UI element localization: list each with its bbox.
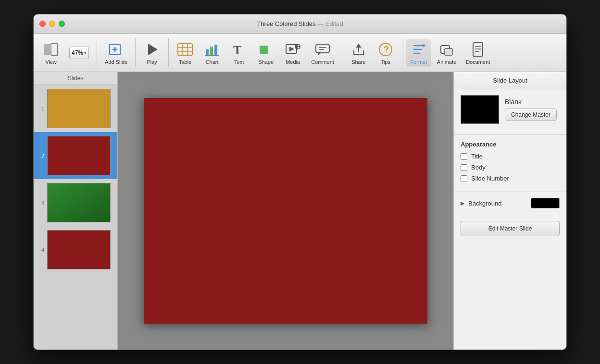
view-label: View [45, 59, 57, 65]
svg-rect-11 [206, 49, 209, 55]
svg-rect-0 [44, 44, 50, 55]
document-label: Document [466, 59, 490, 65]
slide-canvas[interactable] [144, 98, 427, 324]
share-icon [350, 41, 367, 58]
body-checkbox-row: Body [461, 164, 560, 171]
slide-thumbnail-4 [47, 230, 111, 269]
appearance-section: Appearance Title Body Slide Number [454, 135, 566, 192]
animate-icon [438, 41, 455, 58]
share-label: Share [351, 59, 365, 65]
background-label: Background [468, 200, 527, 207]
slide-number-1: 1 [37, 106, 44, 111]
divider-3 [168, 38, 169, 67]
svg-point-30 [423, 44, 425, 47]
play-icon [143, 41, 161, 58]
zoom-group[interactable]: 47% ▾ [65, 45, 93, 61]
animate-button[interactable]: Animate [433, 39, 460, 67]
view-button[interactable]: View [38, 39, 63, 67]
slide-item-3[interactable]: 3 [34, 179, 117, 226]
close-button[interactable] [39, 21, 46, 27]
toolbar: View 47% ▾ Add Slide [34, 34, 566, 72]
slides-panel: Slides 1 2 3 4 [34, 72, 118, 350]
window-title: Three Colored Slides — Edited [257, 20, 343, 27]
slide-number-3: 3 [37, 200, 44, 206]
format-button[interactable]: Format [406, 39, 431, 67]
shape-button[interactable]: Shape [253, 39, 278, 67]
play-button[interactable]: Play [139, 39, 164, 67]
title-checkbox[interactable] [461, 153, 467, 160]
add-slide-button[interactable]: Add Slide [101, 39, 131, 67]
svg-rect-12 [210, 47, 213, 55]
slide-thumbnail-1 [47, 89, 111, 128]
title-checkbox-label: Title [471, 153, 483, 160]
divider-2 [135, 38, 136, 67]
play-label: Play [147, 59, 157, 65]
tips-label: Tips [381, 59, 390, 65]
svg-text:T: T [233, 43, 241, 57]
chart-button[interactable]: Chart [200, 39, 225, 67]
slide-item-1[interactable]: 1 [34, 85, 117, 132]
slides-panel-header: Slides [34, 72, 117, 85]
table-label: Table [179, 59, 191, 65]
svg-rect-1 [51, 44, 58, 55]
slide-thumbnail-3 [47, 183, 111, 222]
svg-marker-5 [148, 44, 158, 55]
zoom-select[interactable]: 47% ▾ [69, 47, 89, 59]
main-content: Slides 1 2 3 4 [34, 72, 566, 350]
divider-1 [97, 38, 97, 67]
slide-item-4[interactable]: 4 [34, 226, 117, 273]
slide-number-checkbox[interactable] [461, 175, 467, 182]
text-button[interactable]: T Text [226, 39, 251, 67]
edit-master-slide-button[interactable]: Edit Master Slide [461, 221, 560, 236]
add-slide-icon [108, 41, 125, 58]
traffic-lights [39, 21, 65, 27]
layout-preview: Blank Change Master [461, 95, 560, 124]
background-disclosure[interactable]: ▶ [461, 200, 464, 206]
body-checkbox-label: Body [471, 164, 486, 171]
animate-label: Animate [437, 59, 456, 65]
svg-text:?: ? [384, 45, 389, 54]
canvas-area [118, 72, 453, 350]
text-label: Text [234, 59, 244, 65]
layout-section: Blank Change Master [454, 89, 566, 135]
background-section: ▶ Background [454, 192, 566, 214]
app-window: Three Colored Slides — Edited View 47% ▾ [33, 14, 567, 350]
svg-marker-27 [356, 44, 362, 48]
minimize-button[interactable] [49, 21, 55, 27]
text-icon: T [230, 41, 248, 58]
svg-rect-32 [445, 49, 452, 55]
format-icon [410, 41, 427, 58]
layout-name: Blank [505, 98, 557, 106]
chart-icon [203, 41, 221, 58]
layout-thumbnail [461, 95, 499, 124]
background-color-swatch[interactable] [531, 198, 560, 208]
shape-icon [257, 41, 275, 58]
table-icon [176, 41, 194, 58]
slide-item-2[interactable]: 2 [34, 132, 117, 179]
tips-icon: ? [377, 41, 394, 58]
right-panel: Slide Layout Blank Change Master Appeara… [453, 72, 566, 350]
svg-marker-18 [289, 47, 294, 51]
table-button[interactable]: Table [173, 39, 198, 67]
title-checkbox-row: Title [461, 153, 560, 160]
comment-icon [314, 41, 331, 58]
svg-rect-16 [260, 46, 268, 54]
comment-button[interactable]: Comment [307, 39, 338, 67]
svg-rect-6 [178, 44, 192, 55]
share-button[interactable]: Share [346, 39, 371, 67]
slide-number-checkbox-label: Slide Number [471, 175, 509, 182]
svg-rect-13 [214, 45, 217, 55]
title-bar: Three Colored Slides — Edited [34, 14, 566, 34]
change-master-button[interactable]: Change Master [505, 109, 557, 121]
body-checkbox[interactable] [461, 164, 467, 171]
tips-button[interactable]: ? Tips [373, 39, 398, 67]
maximize-button[interactable] [59, 21, 65, 27]
slide-number-checkbox-row: Slide Number [461, 175, 560, 182]
media-button[interactable]: Media [280, 39, 305, 67]
shape-label: Shape [258, 59, 274, 65]
svg-marker-25 [318, 53, 321, 55]
slide-layout-header: Slide Layout [454, 72, 566, 89]
appearance-title: Appearance [461, 141, 560, 148]
svg-rect-33 [473, 43, 483, 56]
document-button[interactable]: Document [462, 39, 494, 67]
